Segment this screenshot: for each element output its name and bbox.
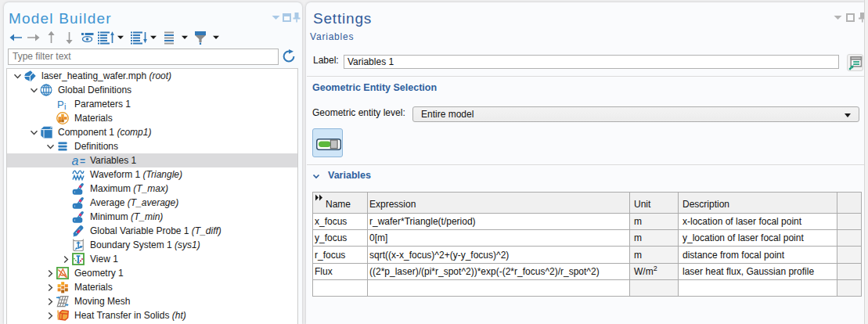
svg-text:P: P [57, 99, 64, 110]
svg-text:i: i [64, 102, 66, 111]
svg-text:a: a [72, 154, 79, 167]
svg-text:=: = [80, 156, 85, 167]
